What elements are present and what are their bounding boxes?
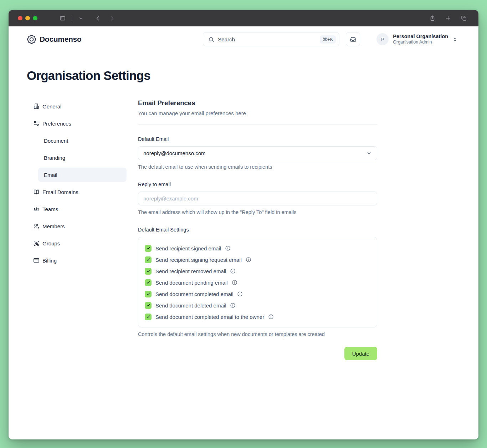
email-settings-box: Send recipient signed email Send recipie… bbox=[138, 237, 377, 327]
email-settings-helper: Controls the default email settings when… bbox=[138, 331, 377, 337]
traffic-lights bbox=[18, 16, 37, 21]
update-button[interactable]: Update bbox=[344, 347, 377, 360]
setting-label: Send document deleted email bbox=[155, 302, 226, 309]
app-window: Documenso Search ⌘+K P Personal Organisa… bbox=[9, 10, 478, 439]
email-settings-label: Default Email Settings bbox=[138, 227, 377, 233]
book-open-icon bbox=[33, 189, 40, 195]
info-icon[interactable] bbox=[232, 280, 237, 285]
setting-label: Send recipient removed email bbox=[155, 268, 226, 274]
share-icon[interactable] bbox=[427, 13, 438, 24]
checkbox-checked[interactable] bbox=[145, 245, 152, 252]
sidebar-item-label: Groups bbox=[42, 240, 60, 246]
reply-to-label: Reply to email bbox=[138, 182, 377, 187]
sidebar-item-email-domains[interactable]: Email Domains bbox=[27, 185, 127, 199]
checkbox-checked[interactable] bbox=[145, 256, 152, 263]
search-input[interactable]: Search ⌘+K bbox=[203, 32, 339, 46]
members-icon bbox=[33, 223, 40, 229]
sidebar-item-label: Branding bbox=[44, 155, 65, 161]
setting-row-recipient-signed: Send recipient signed email bbox=[138, 243, 377, 254]
sidebar-item-document[interactable]: Document bbox=[38, 133, 127, 148]
sidebar-item-groups[interactable]: Groups bbox=[27, 236, 127, 250]
inbox-button[interactable] bbox=[346, 32, 360, 46]
groups-icon bbox=[33, 240, 40, 246]
tab-overview-icon[interactable] bbox=[458, 13, 469, 24]
reply-to-input-wrapper bbox=[138, 192, 377, 205]
forward-button[interactable] bbox=[107, 13, 118, 24]
sidebar-item-label: General bbox=[42, 103, 61, 110]
checkbox-checked[interactable] bbox=[145, 314, 152, 320]
brand[interactable]: Documenso bbox=[27, 35, 82, 44]
search-shortcut-badge: ⌘+K bbox=[320, 35, 336, 44]
organisation-switcher[interactable]: P Personal Organisation Organisation Adm… bbox=[376, 33, 458, 45]
checkbox-checked[interactable] bbox=[145, 302, 152, 309]
info-icon[interactable] bbox=[230, 268, 236, 274]
setting-row-recipient-removed: Send recipient removed email bbox=[138, 265, 377, 277]
email-preferences-panel: Email Preferences You can manage your em… bbox=[138, 99, 377, 360]
setting-row-document-completed: Send document completed email bbox=[138, 288, 377, 300]
building-icon bbox=[33, 103, 40, 110]
sidebar-item-label: Billing bbox=[42, 258, 57, 264]
info-icon[interactable] bbox=[246, 257, 251, 263]
search-icon bbox=[208, 36, 214, 42]
sliders-icon bbox=[33, 120, 40, 127]
sidebar-item-label: Email Domains bbox=[42, 189, 78, 195]
chevron-down-icon[interactable] bbox=[76, 13, 86, 24]
setting-label: Send document completed email to the own… bbox=[155, 314, 264, 320]
close-window-button[interactable] bbox=[18, 16, 22, 21]
brand-name: Documenso bbox=[40, 35, 82, 44]
info-icon[interactable] bbox=[225, 245, 231, 251]
default-email-select[interactable]: noreply@documenso.com bbox=[138, 146, 377, 160]
setting-label: Send document completed email bbox=[155, 291, 233, 297]
setting-label: Send recipient signed email bbox=[155, 245, 221, 251]
setting-label: Send recipient signing request email bbox=[155, 257, 242, 263]
minimize-window-button[interactable] bbox=[25, 16, 30, 21]
sidebar-item-label: Teams bbox=[42, 206, 58, 212]
settings-nav: General Preferences Document Branding Em… bbox=[27, 99, 127, 360]
sidebar-item-general[interactable]: General bbox=[27, 99, 127, 113]
sidebar-item-label: Document bbox=[44, 138, 68, 144]
checkbox-checked[interactable] bbox=[145, 268, 152, 275]
checkbox-checked[interactable] bbox=[145, 279, 152, 286]
settings-page: Organisation Settings General Preference… bbox=[9, 52, 478, 439]
section-heading: Email Preferences bbox=[138, 99, 377, 107]
new-tab-icon[interactable] bbox=[443, 13, 453, 24]
organisation-name: Personal Organisation bbox=[393, 33, 448, 40]
setting-row-completed-owner: Send document completed email to the own… bbox=[138, 311, 377, 322]
default-email-helper: The default email to use when sending em… bbox=[138, 164, 377, 170]
zoom-window-button[interactable] bbox=[33, 16, 37, 21]
sidebar-item-label: Members bbox=[42, 223, 65, 229]
sidebar-item-teams[interactable]: Teams bbox=[27, 202, 127, 216]
sidebar-item-label: Email bbox=[44, 172, 57, 178]
search-placeholder: Search bbox=[218, 36, 320, 42]
info-icon[interactable] bbox=[268, 314, 274, 320]
window-titlebar bbox=[9, 10, 478, 26]
setting-row-signing-request: Send recipient signing request email bbox=[138, 254, 377, 265]
inbox-icon bbox=[350, 36, 357, 43]
default-email-value: noreply@documenso.com bbox=[143, 150, 366, 156]
reply-to-input[interactable] bbox=[143, 195, 372, 202]
sidebar-item-members[interactable]: Members bbox=[27, 219, 127, 233]
sidebar-item-preferences[interactable]: Preferences bbox=[27, 116, 127, 131]
sidebar-item-label: Preferences bbox=[42, 121, 71, 127]
avatar: P bbox=[376, 33, 389, 45]
chevrons-up-down-icon bbox=[452, 37, 458, 42]
sidebar-item-branding[interactable]: Branding bbox=[38, 151, 127, 165]
sidebar-toggle-icon[interactable] bbox=[57, 13, 68, 24]
setting-label: Send document pending email bbox=[155, 280, 228, 286]
setting-row-document-deleted: Send document deleted email bbox=[138, 300, 377, 311]
sidebar-item-email[interactable]: Email bbox=[38, 168, 127, 182]
setting-row-document-pending: Send document pending email bbox=[138, 277, 377, 288]
page-title: Organisation Settings bbox=[27, 68, 460, 83]
chevron-down-icon bbox=[366, 151, 372, 156]
credit-card-icon bbox=[33, 257, 40, 264]
back-button[interactable] bbox=[93, 13, 103, 24]
info-icon[interactable] bbox=[237, 291, 243, 297]
info-icon[interactable] bbox=[230, 302, 236, 308]
section-divider bbox=[138, 124, 377, 124]
default-email-label: Default Email bbox=[138, 136, 377, 142]
reply-to-helper: The email address which will show up in … bbox=[138, 209, 377, 215]
titlebar-divider bbox=[72, 15, 72, 21]
section-subheading: You can manage your email preferences he… bbox=[138, 110, 377, 116]
checkbox-checked[interactable] bbox=[145, 291, 152, 297]
sidebar-item-billing[interactable]: Billing bbox=[27, 253, 127, 268]
